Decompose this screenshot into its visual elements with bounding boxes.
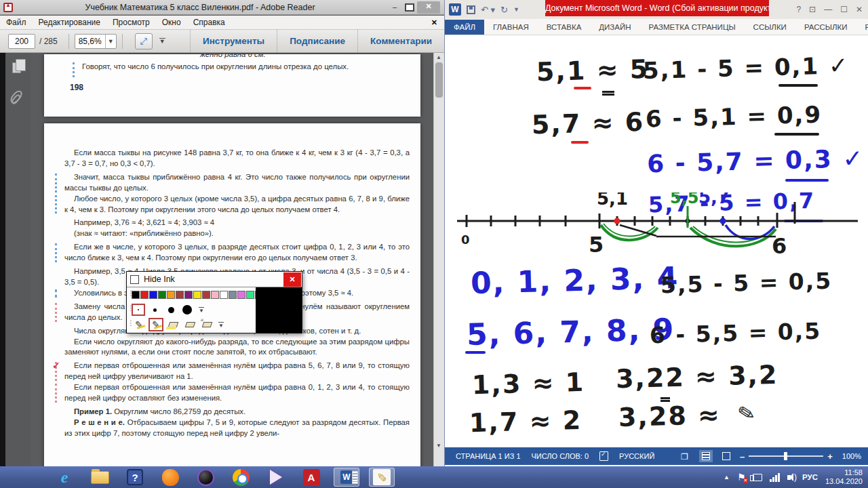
zoom-percent[interactable]: 100% [842, 452, 861, 460]
color-swatch[interactable] [140, 291, 149, 299]
color-swatch[interactable] [202, 291, 210, 299]
network-computer-icon[interactable] [753, 474, 762, 481]
tab-references[interactable]: ССЫЛКИ [745, 20, 795, 35]
chevron-down-icon[interactable]: ▼ [105, 35, 116, 48]
color-swatch[interactable] [193, 291, 201, 299]
tools-panel-button[interactable]: Инструменты [190, 30, 277, 52]
color-swatch[interactable] [176, 291, 184, 299]
hide-ink-checkbox[interactable] [130, 275, 139, 284]
taskbar-word-icon[interactable]: W [334, 468, 359, 487]
maximize-icon[interactable] [405, 3, 414, 12]
taskbar-avast-icon[interactable] [157, 468, 183, 487]
status-page-count[interactable]: СТРАНИЦА 1 ИЗ 1 [456, 452, 521, 460]
maximize-icon[interactable]: ☐ [840, 5, 848, 14]
color-swatch[interactable] [211, 291, 219, 299]
zoom-slider[interactable]: – + [740, 451, 833, 462]
tab-review-cut[interactable]: Р [856, 20, 868, 35]
language-indicator[interactable]: РУС [802, 473, 818, 481]
help-icon[interactable]: ? [796, 5, 801, 14]
eraser-stroke-icon[interactable] [165, 318, 180, 331]
color-swatch[interactable] [149, 291, 157, 299]
adobe-title-bar[interactable]: Учебник Математика 5 класс Виленкин.pdf … [0, 0, 444, 15]
action-center-flag-icon[interactable]: ⚑ [737, 472, 746, 483]
close-icon[interactable]: ✕ [856, 5, 863, 14]
close-icon[interactable]: ✕ [283, 272, 301, 287]
close-icon[interactable]: ✕ [417, 1, 440, 14]
status-language[interactable]: РУССКИЙ [619, 452, 654, 460]
zoom-in-icon[interactable]: + [827, 451, 833, 462]
zoom-slider-thumb[interactable] [784, 452, 787, 460]
zoom-out-icon[interactable]: – [740, 451, 745, 462]
word-title-bar[interactable]: W ↶ ▾ ↻ ▼ Документ Microsoft Word - Word… [445, 0, 868, 19]
proofing-icon[interactable] [599, 451, 608, 461]
color-swatch[interactable] [132, 291, 140, 299]
menu-window[interactable]: Окно [156, 18, 187, 27]
tab-mailings[interactable]: РАССЫЛКИ [795, 20, 856, 35]
sign-panel-button[interactable]: Подписание [277, 30, 357, 52]
taskbar-pen-tool-icon[interactable] [369, 468, 395, 487]
tab-page-layout[interactable]: РАЗМЕТКА СТРАНИЦЫ [640, 20, 745, 35]
taskbar-audio-app-icon[interactable] [193, 468, 218, 487]
pen-icon[interactable]: ✎ [149, 318, 163, 331]
scrollbar-thumb[interactable] [435, 62, 443, 98]
word-canvas[interactable]: 5,1 ≈ 5 5,7 ≈ 6 5,1 - 5 = 0,1 ✓ 6 - 5,1 … [445, 35, 868, 447]
menu-view[interactable]: Просмотр [106, 18, 156, 27]
signal-strength-icon[interactable] [770, 473, 780, 482]
pen-size-3[interactable] [164, 304, 178, 316]
color-swatch[interactable] [167, 291, 175, 299]
scroll-up-icon[interactable]: ▲ [436, 54, 441, 60]
web-layout-icon[interactable] [719, 450, 733, 462]
erase-all-icon[interactable] [199, 318, 214, 331]
zoom-control[interactable]: 85,6% ▼ [75, 34, 117, 49]
minimize-icon[interactable]: — [824, 5, 832, 14]
menu-edit[interactable]: Редактирование [33, 18, 106, 27]
taskbar-help-app-icon[interactable]: ? [122, 468, 148, 487]
fit-width-icon[interactable]: ⤢ [135, 33, 153, 49]
menu-help[interactable]: Справка [187, 18, 231, 27]
taskbar-file-explorer-icon[interactable] [87, 468, 113, 487]
read-mode-icon[interactable] [679, 450, 692, 462]
taskbar-adobe-reader-icon[interactable]: A [298, 468, 324, 487]
clock[interactable]: 11:58 13.04.2020 [825, 468, 863, 486]
comments-panel-button[interactable]: Комментарии [357, 30, 444, 52]
taskbar-chrome-icon[interactable] [228, 468, 254, 487]
attachments-icon[interactable] [8, 89, 24, 106]
more-tools-icon[interactable]: ▼ [159, 38, 165, 44]
tab-design[interactable]: ДИЗАЙН [590, 20, 639, 35]
color-swatch[interactable] [246, 291, 254, 299]
print-layout-icon[interactable] [699, 450, 713, 462]
save-icon[interactable] [467, 5, 475, 14]
menu-file[interactable]: Файл [0, 18, 33, 27]
vertical-scrollbar[interactable]: ▲ ▼ [433, 53, 444, 466]
pen-size-4[interactable] [180, 304, 194, 316]
ribbon-options-icon[interactable]: ⊡ [809, 5, 816, 14]
zoom-value[interactable]: 85,6% [75, 35, 105, 48]
volume-icon[interactable] [787, 475, 791, 480]
taskbar-kmplayer-icon[interactable] [263, 468, 289, 487]
page-number-input[interactable]: 200 [8, 34, 35, 49]
tab-file[interactable]: ФАЙЛ [445, 20, 484, 35]
tray-expand-icon[interactable]: ▲ [724, 474, 730, 481]
color-swatch[interactable] [220, 291, 228, 299]
undo-icon[interactable]: ↶ ▾ [481, 5, 495, 15]
chevron-down-icon[interactable]: ▼ [218, 322, 224, 328]
color-swatch[interactable] [229, 291, 237, 299]
minimize-icon[interactable]: – [387, 2, 402, 13]
tab-insert[interactable]: ВСТАВКА [538, 20, 591, 35]
qat-more-icon[interactable]: ▼ [513, 6, 519, 13]
pen-size-2[interactable] [148, 304, 161, 316]
color-swatch[interactable] [158, 291, 166, 299]
color-swatch[interactable] [237, 291, 245, 299]
chevron-down-icon[interactable]: ▼ [199, 307, 204, 313]
redo-icon[interactable]: ↻ [500, 5, 508, 15]
scroll-down-icon[interactable]: ▼ [436, 443, 441, 449]
pen-fine-icon[interactable]: ✎ [132, 318, 146, 331]
status-word-count[interactable]: ЧИСЛО СЛОВ: 0 [532, 452, 589, 460]
eraser-icon[interactable] [182, 318, 197, 331]
document-close-icon[interactable]: ✕ [431, 18, 437, 27]
pen-size-1[interactable] [132, 304, 145, 316]
taskbar-internet-explorer-icon[interactable]: e [52, 468, 77, 487]
tab-home[interactable]: ГЛАВНАЯ [484, 20, 538, 35]
page-thumbnails-icon[interactable] [12, 62, 21, 73]
color-swatch[interactable] [184, 291, 193, 299]
